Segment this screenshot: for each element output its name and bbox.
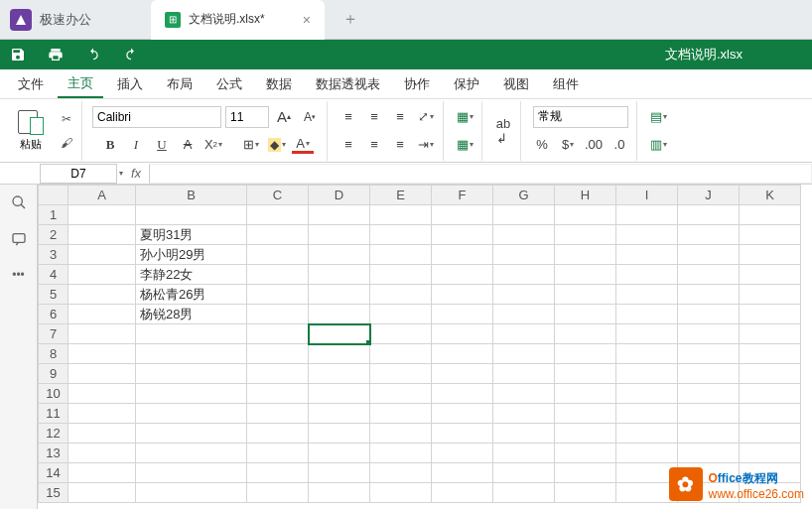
cell-G10[interactable]	[493, 384, 555, 404]
menu-数据[interactable]: 数据	[256, 71, 302, 97]
cell-J6[interactable]	[678, 305, 740, 324]
cell-J11[interactable]	[678, 404, 740, 424]
wrap-text-button[interactable]: ab↲	[492, 120, 514, 142]
row-header-14[interactable]: 14	[39, 463, 68, 483]
cell-J4[interactable]	[678, 265, 740, 285]
cell-B6[interactable]: 杨锐28男	[136, 305, 247, 324]
cell-K6[interactable]	[740, 305, 801, 324]
cell-G8[interactable]	[493, 344, 555, 364]
cell-J8[interactable]	[678, 344, 740, 364]
cell-H4[interactable]	[555, 265, 616, 285]
align-left-button[interactable]: ≡	[338, 134, 359, 156]
cell-F15[interactable]	[432, 483, 493, 503]
row-header-2[interactable]: 2	[39, 225, 68, 245]
cell-A6[interactable]	[68, 305, 136, 324]
new-tab-button[interactable]: ＋	[342, 9, 358, 30]
cell-F12[interactable]	[432, 424, 493, 444]
cell-A3[interactable]	[68, 245, 136, 265]
cell-C13[interactable]	[247, 444, 309, 463]
menu-文件[interactable]: 文件	[8, 71, 54, 97]
cell-B5[interactable]: 杨松青26男	[136, 285, 247, 305]
cell-E1[interactable]	[370, 205, 432, 225]
redo-button[interactable]	[123, 48, 139, 62]
cell-C8[interactable]	[247, 344, 309, 364]
cell-B2[interactable]: 夏明31男	[136, 225, 247, 245]
cell-F4[interactable]	[432, 265, 493, 285]
decrease-font-button[interactable]: A▾	[299, 106, 321, 128]
cell-F14[interactable]	[432, 463, 493, 483]
cell-C5[interactable]	[247, 285, 309, 305]
cell-E15[interactable]	[370, 483, 432, 503]
cell-A7[interactable]	[68, 324, 136, 344]
font-family-select[interactable]	[92, 106, 221, 128]
cell-H14[interactable]	[555, 463, 616, 483]
cell-G7[interactable]	[493, 324, 555, 344]
cell-C4[interactable]	[247, 265, 309, 285]
cell-A14[interactable]	[68, 463, 136, 483]
col-header-A[interactable]: A	[68, 186, 136, 205]
save-button[interactable]	[10, 47, 26, 63]
cell-E8[interactable]	[370, 344, 432, 364]
col-header-I[interactable]: I	[616, 186, 678, 205]
cell-F1[interactable]	[432, 205, 493, 225]
cell-D11[interactable]	[309, 404, 370, 424]
increase-decimal-button[interactable]: .00	[583, 134, 605, 156]
cell-J5[interactable]	[678, 285, 740, 305]
cell-H3[interactable]	[555, 245, 616, 265]
cell-A4[interactable]	[68, 265, 136, 285]
decrease-decimal-button[interactable]: .0	[609, 134, 630, 156]
cell-B10[interactable]	[136, 384, 247, 404]
col-header-J[interactable]: J	[678, 186, 740, 205]
cell-F10[interactable]	[432, 384, 493, 404]
cell-I6[interactable]	[616, 305, 678, 324]
cell-K2[interactable]	[740, 225, 801, 245]
orientation-button[interactable]: ⤢▾	[415, 106, 437, 128]
cell-G11[interactable]	[493, 404, 555, 424]
bold-button[interactable]: B	[99, 134, 121, 156]
menu-布局[interactable]: 布局	[157, 71, 203, 97]
cell-C3[interactable]	[247, 245, 309, 265]
cell-C6[interactable]	[247, 305, 309, 324]
cell-A12[interactable]	[68, 424, 136, 444]
cell-I9[interactable]	[616, 364, 678, 384]
cell-K1[interactable]	[740, 205, 801, 225]
cell-E2[interactable]	[370, 225, 432, 245]
underline-button[interactable]: U	[151, 134, 173, 156]
cell-G13[interactable]	[493, 444, 555, 463]
cell-F2[interactable]	[432, 225, 493, 245]
tab-close-button[interactable]: ×	[303, 12, 311, 28]
cell-J3[interactable]	[678, 245, 740, 265]
cell-E9[interactable]	[370, 364, 432, 384]
col-header-B[interactable]: B	[136, 186, 247, 205]
cell-J9[interactable]	[678, 364, 740, 384]
document-tab[interactable]: ⊞ 文档说明.xlsx* ×	[151, 0, 325, 40]
fx-icon[interactable]: fx	[131, 166, 141, 181]
cell-J12[interactable]	[678, 424, 740, 444]
cell-A13[interactable]	[68, 444, 136, 463]
cell-B13[interactable]	[136, 444, 247, 463]
cell-E5[interactable]	[370, 285, 432, 305]
cell-I8[interactable]	[616, 344, 678, 364]
col-header-H[interactable]: H	[555, 186, 616, 205]
align-center-button[interactable]: ≡	[363, 134, 385, 156]
cell-G3[interactable]	[493, 245, 555, 265]
paste-button[interactable]: 粘贴	[12, 107, 50, 154]
cell-B4[interactable]: 李静22女	[136, 265, 247, 285]
cell-H8[interactable]	[555, 344, 616, 364]
cell-F8[interactable]	[432, 344, 493, 364]
cell-I7[interactable]	[616, 324, 678, 344]
col-header-G[interactable]: G	[493, 186, 555, 205]
cell-I1[interactable]	[616, 205, 678, 225]
cell-E13[interactable]	[370, 444, 432, 463]
col-header-K[interactable]: K	[740, 186, 801, 205]
cell-F6[interactable]	[432, 305, 493, 324]
cell-I4[interactable]	[616, 265, 678, 285]
cell-F5[interactable]	[432, 285, 493, 305]
font-size-select[interactable]	[225, 106, 269, 128]
row-header-12[interactable]: 12	[39, 424, 68, 444]
cell-D7[interactable]	[309, 324, 370, 344]
select-all-corner[interactable]	[39, 186, 68, 205]
cell-K13[interactable]	[740, 444, 801, 463]
currency-button[interactable]: $▾	[557, 134, 579, 156]
cut-button[interactable]: ✂	[58, 110, 75, 128]
